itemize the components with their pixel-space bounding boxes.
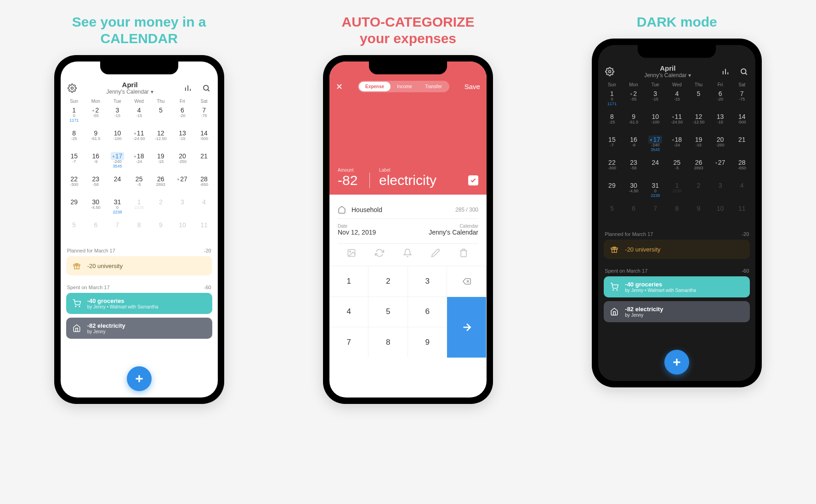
amount-input[interactable]: -82 [338,173,370,188]
save-button[interactable]: Save [465,83,480,90]
calendar-cell[interactable]: 9 [150,219,171,242]
calendar-cell[interactable]: 2-55 [85,105,107,128]
calendar-cell[interactable]: 14-500 [193,128,215,151]
planned-item-card[interactable]: -20 university [604,240,750,259]
calendar-cell[interactable]: 28-650 [193,174,215,196]
calendar-cell[interactable]: 17-2403545 [645,134,666,157]
calendar-cell[interactable]: 30-4.50 [623,180,644,203]
calendar-cell[interactable]: 17-2403545 [107,151,128,174]
key-8[interactable]: 8 [368,327,408,358]
calendar-subtitle[interactable]: Jenny's Calendar ▾ [106,89,153,95]
calendar-cell[interactable]: 2-55 [623,88,644,111]
calendar-cell[interactable]: 6-20 [709,88,731,111]
key-1[interactable]: 1 [329,266,369,297]
calendar-cell[interactable]: 3-15 [107,105,128,128]
search-icon[interactable] [201,83,211,93]
calendar-cell[interactable]: 10 [709,203,731,226]
calendar-cell[interactable]: 19-15 [150,151,171,174]
calendar-cell[interactable]: 6 [85,219,107,242]
key-enter[interactable] [447,297,487,358]
calendar-cell[interactable]: 9 [688,203,709,226]
stats-icon[interactable] [720,67,731,77]
segment-income[interactable]: Income [391,82,419,91]
date-value[interactable]: Nov 12, 2019 [338,229,376,236]
calendar-cell[interactable]: 10 [171,219,193,242]
key-3[interactable]: 3 [408,266,448,297]
calendar-cell[interactable]: 5 [688,88,709,111]
calendar-cell[interactable]: 101171 [601,88,623,111]
calendar-cell[interactable]: 12238 [666,180,688,203]
calendar-cell[interactable]: 4 [731,180,753,203]
calendar-cell[interactable]: 29 [63,196,85,219]
electricity-card[interactable]: -82 electricityby Jenny [66,318,212,339]
calendar-cell[interactable]: 6-20 [171,105,193,128]
groceries-card[interactable]: -40 groceriesby Jenny • Walmart with Sam… [66,293,212,314]
calendar-cell[interactable]: 11-24.50 [666,111,688,134]
calendar-cell[interactable]: 25-5 [128,174,150,196]
calendar-cell[interactable]: 5 [601,203,623,226]
calendar-cell[interactable]: 7-75 [193,105,215,128]
calendar-cell[interactable]: 8-25 [63,128,85,151]
calendar-cell[interactable]: 9-61.5 [623,111,644,134]
calendar-cell[interactable]: 3 [709,180,731,203]
calendar-cell[interactable]: 19-15 [688,134,709,157]
calendar-cell[interactable]: 9-61.5 [85,128,107,151]
add-fab[interactable] [127,366,152,391]
planned-item-card[interactable]: -20 university [66,256,212,275]
calendar-subtitle[interactable]: Jenny's Calendar ▾ [644,72,691,78]
calendar-cell[interactable]: 16-9 [623,134,644,157]
calendar-cell[interactable]: 15-7 [601,134,623,157]
bell-icon[interactable] [403,248,413,258]
calendar-cell[interactable]: 11 [731,203,753,226]
key-4[interactable]: 4 [329,297,369,327]
calendar-cell[interactable]: 12-12.50 [688,111,709,134]
calendar-cell[interactable]: 20-250 [171,151,193,174]
segment-expense[interactable]: Expense [359,82,391,91]
calendar-cell[interactable]: 101171 [63,105,85,128]
calendar-cell[interactable]: 18-24 [666,134,688,157]
key-9[interactable]: 9 [408,327,448,358]
close-icon[interactable]: ✕ [336,82,343,92]
calendar-cell[interactable]: 23-58 [85,174,107,196]
electricity-card[interactable]: -82 electricityby Jenny [604,301,750,322]
calendar-cell[interactable]: 18-24 [128,151,150,174]
calendar-cell[interactable]: 7 [645,203,666,226]
calendar-cell[interactable]: 11 [193,219,215,242]
calendar-cell[interactable]: 12238 [128,196,150,219]
calendar-cell[interactable]: 22-300 [63,174,85,196]
calendar-cell[interactable]: 24 [645,157,666,180]
calendar-cell[interactable]: 3102238 [645,180,666,203]
calendar-cell[interactable]: 14-500 [731,111,753,134]
segment-transfer[interactable]: Transfer [419,82,448,91]
calendar-cell[interactable]: 15-7 [63,151,85,174]
calendar-cell[interactable]: 10-100 [107,128,128,151]
label-input[interactable]: electricity [379,173,459,188]
key-7[interactable]: 7 [329,327,369,358]
calendar-cell[interactable]: 10-100 [645,111,666,134]
calendar-cell[interactable]: 22-300 [601,157,623,180]
calendar-cell[interactable]: 262893 [688,157,709,180]
calendar-cell[interactable]: 6 [623,203,644,226]
calendar-cell[interactable]: 21 [731,134,753,157]
groceries-card[interactable]: -40 groceriesby Jenny • Walmart with Sam… [604,276,750,297]
search-icon[interactable] [739,67,749,77]
key-6[interactable]: 6 [408,297,448,327]
calendar-cell[interactable]: 11-24.50 [128,128,150,151]
calendar-cell[interactable]: 30-4.50 [85,196,107,219]
calendar-value[interactable]: Jenny's Calendar [429,229,478,236]
calendar-cell[interactable]: 8-25 [601,111,623,134]
calendar-cell[interactable]: 8 [128,219,150,242]
stats-icon[interactable] [183,83,193,93]
calendar-cell[interactable]: 13-15 [171,128,193,151]
settings-icon[interactable] [67,83,77,93]
calendar-cell[interactable]: 3102238 [107,196,128,219]
calendar-cell[interactable]: 7-75 [731,88,753,111]
key-2[interactable]: 2 [368,266,408,297]
calendar-cell[interactable]: 5 [150,105,171,128]
calendar-cell[interactable]: 5 [63,219,85,242]
calendar-grid[interactable]: 1011712-553-154-1556-207-758-259-61.510-… [61,105,218,242]
calendar-cell[interactable]: 3-15 [645,88,666,111]
calendar-cell[interactable]: 3 [171,196,193,219]
trash-icon[interactable] [459,248,469,258]
calendar-cell[interactable]: 27 [709,157,731,180]
